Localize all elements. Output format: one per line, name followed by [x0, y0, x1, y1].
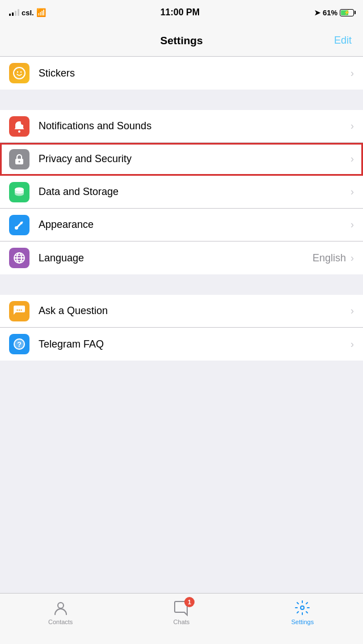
row-ask[interactable]: Ask a Question › — [0, 295, 363, 328]
appearance-chevron: › — [351, 219, 354, 231]
svg-point-14 — [16, 309, 18, 310]
svg-point-2 — [20, 71, 22, 73]
time-label: 11:00 PM — [161, 7, 200, 18]
row-data[interactable]: Data and Storage › — [0, 176, 363, 209]
privacy-label: Privacy and Security — [39, 153, 351, 165]
stickers-chevron: › — [351, 67, 354, 79]
tab-settings[interactable]: Settings — [242, 599, 363, 625]
data-icon — [9, 182, 29, 202]
chats-tab-label: Chats — [174, 618, 190, 625]
location-icon: ➤ — [314, 9, 320, 17]
page-title: Settings — [161, 35, 203, 47]
row-privacy[interactable]: Privacy and Security › — [0, 143, 363, 176]
svg-point-8 — [15, 226, 18, 230]
chats-tab-icon: 1 — [173, 599, 190, 616]
privacy-icon — [9, 149, 29, 170]
svg-point-16 — [20, 309, 22, 310]
settings-tab-label: Settings — [291, 618, 314, 625]
privacy-chevron: › — [351, 153, 354, 165]
stickers-icon — [9, 63, 29, 83]
row-language[interactable]: Language English › — [0, 242, 363, 274]
nav-bar: Settings Edit — [0, 25, 363, 57]
svg-point-20 — [58, 603, 64, 608]
svg-point-15 — [19, 309, 20, 310]
svg-point-21 — [301, 606, 304, 609]
tab-contacts[interactable]: Contacts — [0, 599, 121, 625]
notifications-label: Notifications and Sounds — [39, 120, 351, 132]
section-gap-2 — [0, 274, 363, 295]
ask-icon — [9, 301, 29, 321]
row-faq[interactable]: ? Telegram FAQ › — [0, 328, 363, 361]
battery-icon: ⚡ — [340, 9, 354, 16]
signal-icon — [9, 9, 19, 16]
tab-bar: Contacts 1 Chats Settings — [0, 593, 363, 644]
svg-point-1 — [17, 71, 18, 73]
row-stickers[interactable]: Stickers › — [0, 57, 363, 90]
section-bottom: Ask a Question › ? Telegram FAQ › — [0, 295, 363, 361]
svg-point-3 — [18, 130, 20, 133]
tab-chats[interactable]: 1 Chats — [121, 599, 242, 625]
contacts-tab-label: Contacts — [48, 618, 73, 625]
wifi-icon: 📶 — [36, 8, 46, 17]
section-gap-1 — [0, 90, 363, 110]
language-value: English — [313, 252, 346, 264]
stickers-label: Stickers — [39, 67, 351, 79]
notifications-icon — [9, 116, 29, 137]
ask-chevron: › — [351, 305, 354, 317]
edit-button[interactable]: Edit — [334, 35, 352, 46]
data-label: Data and Storage — [39, 186, 351, 198]
notifications-chevron: › — [351, 120, 354, 132]
language-label: Language — [39, 252, 313, 264]
appearance-icon — [9, 215, 29, 235]
settings-tab-icon — [294, 599, 311, 616]
svg-point-4 — [21, 120, 26, 125]
section-stickers: Stickers › — [0, 57, 363, 90]
language-chevron: › — [351, 252, 354, 264]
faq-icon: ? — [9, 334, 29, 354]
status-bar: csl. 📶 11:00 PM ➤ 61% ⚡ — [0, 0, 363, 25]
contacts-tab-icon — [52, 599, 69, 616]
row-notifications[interactable]: Notifications and Sounds › — [0, 110, 363, 143]
svg-text:?: ? — [17, 340, 22, 349]
section-middle: Notifications and Sounds › Privacy and S… — [0, 110, 363, 274]
faq-label: Telegram FAQ — [39, 338, 351, 350]
appearance-label: Appearance — [39, 219, 351, 231]
status-right: ➤ 61% ⚡ — [314, 9, 354, 17]
section-gap-3 — [0, 361, 363, 406]
chats-badge: 1 — [184, 597, 195, 607]
faq-chevron: › — [351, 338, 354, 350]
ask-label: Ask a Question — [39, 305, 351, 317]
svg-point-6 — [19, 160, 20, 162]
row-appearance[interactable]: Appearance › — [0, 209, 363, 242]
data-chevron: › — [351, 186, 354, 198]
battery-percent: 61% — [323, 9, 337, 17]
carrier-label: csl. — [22, 9, 34, 17]
svg-point-0 — [14, 67, 25, 79]
status-left: csl. 📶 — [9, 8, 46, 17]
language-icon — [9, 248, 29, 268]
